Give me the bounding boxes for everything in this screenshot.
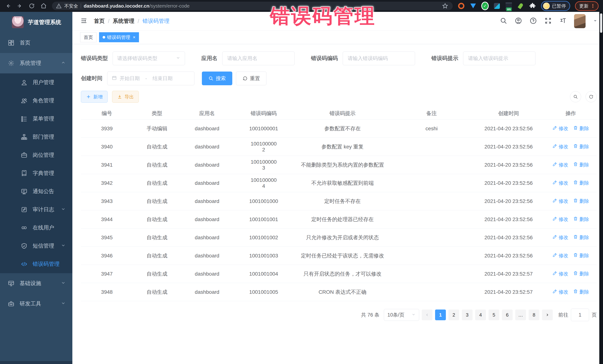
end-date-placeholder: 结束日期 bbox=[152, 75, 173, 82]
error-type-select[interactable]: 请选择错误码类型 bbox=[113, 52, 185, 65]
sidebar-item-12[interactable]: 错误码管理 bbox=[0, 255, 72, 273]
prev-page-button[interactable] bbox=[422, 309, 432, 320]
delete-link[interactable]: 删除 bbox=[573, 198, 589, 204]
address-bar[interactable]: 不安全 dashboard.yudao.iocoder.cn/system/er… bbox=[52, 2, 453, 10]
collapse-sidebar-icon[interactable] bbox=[80, 17, 88, 25]
delete-link[interactable]: 删除 bbox=[573, 162, 589, 168]
delete-link[interactable]: 删除 bbox=[573, 234, 589, 241]
green-pin-extension-icon[interactable] bbox=[517, 2, 524, 10]
sidebar-item-14[interactable]: 研发工具 bbox=[0, 294, 72, 314]
page-button-1[interactable]: 1 bbox=[435, 309, 446, 320]
edit-link[interactable]: 修改 bbox=[552, 271, 568, 277]
date-range-picker[interactable]: 开始日期 - 结束日期 bbox=[107, 72, 195, 85]
next-page-button[interactable] bbox=[542, 309, 553, 320]
browser-menu-icon[interactable]: ⋮ bbox=[590, 3, 595, 9]
green-check-extension-icon[interactable]: ✓ bbox=[481, 2, 489, 10]
profile-paused-pill[interactable]: 已暂停 bbox=[541, 1, 570, 11]
edit-icon bbox=[552, 289, 557, 295]
breadcrumb-item-2[interactable]: 错误码管理 bbox=[142, 17, 169, 25]
delete-link[interactable]: 删除 bbox=[573, 216, 589, 223]
sidebar-item-1[interactable]: 系统管理 bbox=[0, 53, 72, 73]
edit-link[interactable]: 修改 bbox=[552, 234, 568, 241]
delete-link[interactable]: 删除 bbox=[573, 180, 589, 186]
sidebar-item-3[interactable]: 角色管理 bbox=[0, 92, 72, 110]
breadcrumb-item-1[interactable]: 系统管理 bbox=[113, 17, 134, 25]
user-avatar[interactable] bbox=[574, 14, 586, 28]
sidebar-item-4[interactable]: 菜单管理 bbox=[0, 110, 72, 128]
reset-button[interactable]: 重置 bbox=[236, 72, 267, 85]
bookmark-star-icon[interactable] bbox=[441, 2, 449, 10]
sidebar-item-label: 系统管理 bbox=[20, 59, 41, 67]
delete-link[interactable]: 删除 bbox=[573, 271, 589, 277]
edit-link[interactable]: 修改 bbox=[552, 125, 568, 132]
tab-close-icon[interactable]: × bbox=[133, 35, 135, 40]
forward-icon[interactable] bbox=[16, 2, 23, 10]
submenu-block: 用户管理角色管理菜单管理部门管理岗位管理字典管理通知公告审计日志在线用户短信管理… bbox=[0, 73, 72, 273]
sidebar-item-10[interactable]: 在线用户 bbox=[0, 219, 72, 237]
page-button-4[interactable]: 4 bbox=[475, 309, 486, 320]
blue-grid-extension-icon[interactable] bbox=[493, 2, 500, 10]
page-button-2[interactable]: 2 bbox=[448, 309, 459, 320]
sidebar-item-7[interactable]: 字典管理 bbox=[0, 164, 72, 182]
back-icon[interactable] bbox=[4, 2, 12, 10]
page-ellipsis[interactable]: … bbox=[515, 309, 526, 320]
sidebar-item-6[interactable]: 岗位管理 bbox=[0, 146, 72, 164]
error-code-input[interactable] bbox=[347, 55, 410, 62]
breadcrumb-item-0[interactable]: 首页 bbox=[94, 17, 105, 25]
github-icon[interactable] bbox=[515, 17, 522, 25]
cell-type: 手动编辑 bbox=[133, 122, 181, 135]
sidebar-item-9[interactable]: 审计日志 bbox=[0, 200, 72, 219]
sidebar-item-5[interactable]: 部门管理 bbox=[0, 128, 72, 146]
edit-link[interactable]: 修改 bbox=[552, 289, 568, 295]
page-button-3[interactable]: 3 bbox=[462, 309, 473, 320]
add-button[interactable]: 新增 bbox=[81, 91, 108, 103]
edit-label: 修改 bbox=[559, 289, 568, 295]
list-on-extension-icon[interactable]: on bbox=[505, 2, 512, 10]
page-url[interactable]: dashboard.yudao.iocoder.cn/system/error-… bbox=[84, 3, 190, 9]
scrollbar-thumb[interactable] bbox=[600, 13, 602, 33]
fullscreen-icon[interactable] bbox=[544, 17, 552, 25]
sidebar-item-0[interactable]: 首页 bbox=[0, 33, 72, 53]
delete-link[interactable]: 删除 bbox=[573, 253, 589, 259]
blue-gem-extension-icon[interactable] bbox=[469, 2, 477, 10]
edit-link[interactable]: 修改 bbox=[552, 180, 568, 186]
sidebar-item-13[interactable]: 基础设施 bbox=[0, 273, 72, 294]
export-button[interactable]: 导出 bbox=[112, 91, 139, 103]
app-name-input[interactable] bbox=[227, 55, 290, 62]
search-button[interactable]: 搜索 bbox=[202, 72, 232, 85]
edit-link[interactable]: 修改 bbox=[552, 162, 568, 168]
page-button-8[interactable]: 8 bbox=[529, 309, 539, 320]
edit-link[interactable]: 修改 bbox=[552, 198, 568, 204]
edit-link[interactable]: 修改 bbox=[552, 143, 568, 150]
edit-link[interactable]: 修改 bbox=[552, 216, 568, 223]
delete-link[interactable]: 删除 bbox=[573, 125, 589, 132]
page-button-6[interactable]: 6 bbox=[502, 309, 513, 320]
tab-0[interactable]: 首页 bbox=[80, 32, 96, 42]
jump-page-input[interactable] bbox=[571, 309, 589, 321]
error-msg-input[interactable] bbox=[468, 55, 531, 62]
search-icon[interactable] bbox=[500, 17, 507, 25]
puzzle-extension-icon[interactable] bbox=[529, 2, 536, 10]
sidebar-item-8[interactable]: 通知公告 bbox=[0, 182, 72, 200]
toggle-search-icon[interactable] bbox=[570, 91, 581, 102]
sidebar-item-2[interactable]: 用户管理 bbox=[0, 73, 72, 92]
sidebar-item-11[interactable]: 短信管理 bbox=[0, 237, 72, 255]
security-label[interactable]: 不安全 bbox=[64, 3, 78, 9]
error-msg-label: 错误码提示 bbox=[431, 55, 458, 62]
reload-icon[interactable] bbox=[28, 2, 35, 10]
browser-update-button[interactable]: 更新 ⋮ bbox=[575, 1, 599, 11]
logo-row[interactable]: 芋道管理系统 bbox=[0, 12, 72, 33]
font-size-icon[interactable] bbox=[559, 17, 567, 25]
home-icon[interactable] bbox=[40, 2, 47, 10]
page-size-select[interactable]: 10条/页 bbox=[384, 309, 419, 321]
page-button-5[interactable]: 5 bbox=[488, 309, 499, 320]
avatar-caret-down-icon[interactable] bbox=[593, 19, 597, 24]
scrollbar-track[interactable] bbox=[599, 12, 603, 364]
delete-link[interactable]: 删除 bbox=[573, 289, 589, 295]
refresh-icon[interactable] bbox=[586, 91, 597, 102]
delete-link[interactable]: 删除 bbox=[573, 143, 589, 150]
help-icon[interactable] bbox=[530, 17, 537, 25]
tab-1[interactable]: 错误码管理× bbox=[99, 32, 139, 42]
edit-link[interactable]: 修改 bbox=[552, 253, 568, 259]
orange-ring-extension-icon[interactable] bbox=[458, 2, 465, 10]
